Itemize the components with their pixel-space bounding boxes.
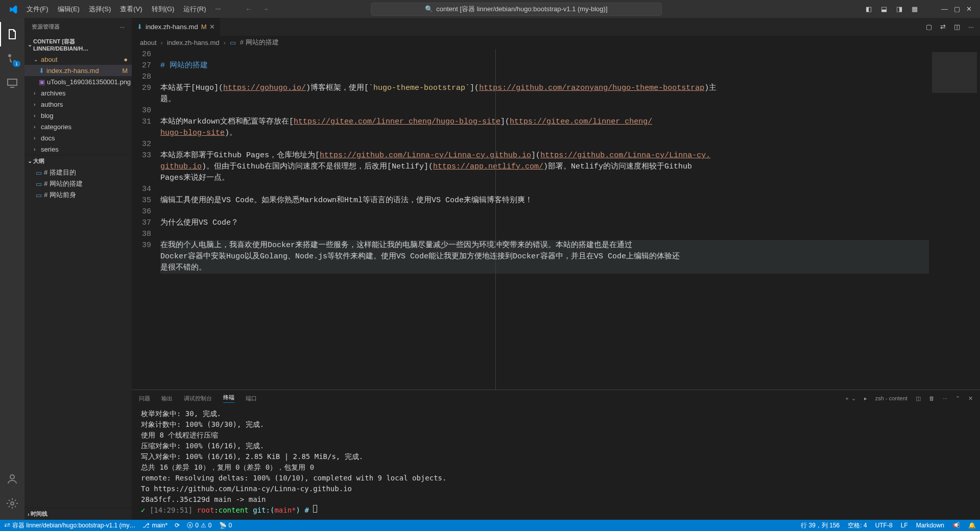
file-utools-png[interactable]: ▣ uTools_1690361350001.png <box>25 76 132 87</box>
breadcrumb-item[interactable]: # 网站的搭建 <box>240 38 279 47</box>
breadcrumb-item[interactable]: about <box>140 39 157 46</box>
maximize-panel-icon[interactable]: ⌃ <box>955 395 960 402</box>
layout-sidebar-right-icon[interactable]: ◨ <box>896 5 902 13</box>
sidebar-more-icon[interactable]: ··· <box>120 24 125 30</box>
activity-explorer[interactable] <box>0 22 25 46</box>
terminal-label[interactable]: zsh - content <box>875 395 907 401</box>
status-sync[interactable]: ⟳ <box>175 522 180 529</box>
timeline-header[interactable]: › 时间线 <box>25 508 132 520</box>
split-editor-icon[interactable]: ◫ <box>954 23 960 31</box>
status-bell-icon[interactable]: 🔔 <box>968 521 976 530</box>
code-content[interactable]: # 网站的搭建本站基于[Hugo](https://gohugo.io/)博客框… <box>160 49 929 390</box>
folder-about[interactable]: ⌄ about ● <box>25 54 132 65</box>
folder-archives[interactable]: ›archives <box>25 87 132 99</box>
project-header[interactable]: ⌄ CONTENT [容器 LINNER/DEBIAN/H… <box>25 36 132 54</box>
menu-file[interactable]: 文件(F) <box>22 3 53 16</box>
split-terminal-icon[interactable]: ◫ <box>916 395 921 402</box>
chevron-right-icon: › <box>34 102 39 107</box>
menu-view[interactable]: 查看(V) <box>116 3 146 16</box>
outline-label: # 网站前身 <box>44 190 76 200</box>
file-label: index.zh-hans.md <box>46 67 120 75</box>
file-index-zh-hans[interactable]: ⬇ index.zh-hans.md M <box>25 65 132 76</box>
chevron-down-icon: ⌄ <box>34 57 39 62</box>
outline-item[interactable]: ▭# 网站的搭建 <box>25 178 132 189</box>
status-problems[interactable]: ⓧ0 ⚠0 <box>187 521 211 530</box>
git-branch-icon: ⎇ <box>142 522 150 529</box>
heading-icon: ▭ <box>36 169 42 177</box>
terminal[interactable]: 枚举对象中: 30, 完成.对象计数中: 100% (30/30), 完成.使用… <box>132 406 980 520</box>
nav-forward-icon[interactable]: → <box>262 5 269 13</box>
breadcrumb-item[interactable]: index.zh-hans.md <box>167 39 220 46</box>
chevron-right-icon: › <box>161 39 163 46</box>
folder-authors[interactable]: ›authors <box>25 99 132 110</box>
status-ports[interactable]: 📡0 <box>219 522 232 529</box>
panel-tab-problems[interactable]: 问题 <box>139 395 150 402</box>
status-remote[interactable]: ⮂容器 linner/debian/hugo:bootstrap-v1.1 (m… <box>4 521 135 530</box>
panel-tab-terminal[interactable]: 终端 <box>223 394 234 403</box>
activity-remote[interactable] <box>0 71 25 95</box>
tab-modified-badge: M <box>201 23 207 31</box>
layout-customize-icon[interactable]: ▦ <box>912 5 918 13</box>
tab-close-icon[interactable]: ✕ <box>209 23 215 31</box>
activity-account[interactable] <box>0 467 25 491</box>
layout-panel-icon[interactable]: ⬓ <box>881 5 887 13</box>
outline-item[interactable]: ▭# 搭建目的 <box>25 167 132 178</box>
more-terminal-icon[interactable]: ··· <box>943 395 947 401</box>
command-center[interactable]: 🔍 content [容器 linner/debian/hugo:bootstr… <box>371 3 662 16</box>
chevron-right-icon: › <box>28 511 30 517</box>
search-icon: 🔍 <box>425 5 433 13</box>
chevron-right-icon: › <box>34 124 39 130</box>
menu-run[interactable]: 运行(R) <box>179 3 210 16</box>
menu-more[interactable]: ··· <box>211 3 225 16</box>
search-text: content [容器 linner/debian/hugo:bootstrap… <box>436 5 607 14</box>
layout-sidebar-left-icon[interactable]: ◧ <box>866 5 872 13</box>
folder-categories[interactable]: ›categories <box>25 121 132 132</box>
tab-index-zh-hans[interactable]: ⬇ index.zh-hans.md M ✕ <box>132 18 221 36</box>
sidebar-title: 资源管理器 <box>32 23 60 31</box>
folder-label: blog <box>41 112 128 119</box>
status-eol[interactable]: LF <box>901 521 908 530</box>
statusbar: ⮂容器 linner/debian/hugo:bootstrap-v1.1 (m… <box>0 520 980 531</box>
kill-terminal-icon[interactable]: 🗑 <box>929 395 935 401</box>
status-encoding[interactable]: UTF-8 <box>875 521 893 530</box>
window-minimize-icon[interactable]: — <box>941 5 948 13</box>
status-cursor[interactable]: 行 39，列 156 <box>801 521 840 530</box>
chevron-right-icon: › <box>34 135 39 141</box>
menu-edit[interactable]: 编辑(E) <box>54 3 84 16</box>
menu-select[interactable]: 选择(S) <box>85 3 115 16</box>
menu-goto[interactable]: 转到(G) <box>148 3 179 16</box>
close-panel-icon[interactable]: ✕ <box>968 395 973 402</box>
code-editor[interactable]: 2627282930313233343536373839 # 网站的搭建本站基于… <box>132 49 980 390</box>
panel-tab-debug[interactable]: 调试控制台 <box>184 395 212 402</box>
new-terminal-icon[interactable]: ＋ ⌄ <box>844 395 856 402</box>
panel-tab-ports[interactable]: 端口 <box>246 395 257 402</box>
diff-icon[interactable]: ⇄ <box>940 23 946 31</box>
open-preview-icon[interactable]: ▢ <box>926 23 932 31</box>
outline-title: 大纲 <box>33 157 44 165</box>
outline-item[interactable]: ▭# 网站前身 <box>25 189 132 201</box>
window-maximize-icon[interactable]: ▢ <box>954 5 960 13</box>
more-actions-icon[interactable]: ··· <box>968 23 974 31</box>
folder-docs[interactable]: ›docs <box>25 132 132 143</box>
chevron-right-icon: › <box>34 90 39 96</box>
activity-scm[interactable]: 1 <box>0 46 25 71</box>
chevron-down-icon: ⌄ <box>28 158 32 164</box>
status-branch[interactable]: ⎇main* <box>142 522 168 529</box>
tabs-bar: ⬇ index.zh-hans.md M ✕ ▢ ⇄ ◫ ··· <box>132 18 980 36</box>
terminal-profile-icon[interactable]: ▸ <box>864 395 867 402</box>
panel-tab-output[interactable]: 输出 <box>161 395 173 402</box>
activity-settings[interactable] <box>0 491 25 516</box>
breadcrumbs[interactable]: about › index.zh-hans.md › ▭ # 网站的搭建 <box>132 36 980 49</box>
panel: 问题 输出 调试控制台 终端 端口 ＋ ⌄ ▸ zsh - content ◫ … <box>132 390 980 520</box>
folder-blog[interactable]: ›blog <box>25 110 132 121</box>
folder-series[interactable]: ›series <box>25 143 132 155</box>
radio-tower-icon: 📡 <box>219 522 227 529</box>
status-lang[interactable]: Markdown <box>916 521 944 530</box>
minimap[interactable] <box>929 49 980 390</box>
status-spaces[interactable]: 空格: 4 <box>848 521 867 530</box>
folder-label: about <box>41 56 122 63</box>
status-feedback-icon[interactable]: 📢 <box>952 521 960 530</box>
outline-header[interactable]: ⌄ 大纲 <box>25 155 132 167</box>
window-close-icon[interactable]: ✕ <box>966 5 972 13</box>
nav-back-icon[interactable]: ← <box>245 5 252 13</box>
